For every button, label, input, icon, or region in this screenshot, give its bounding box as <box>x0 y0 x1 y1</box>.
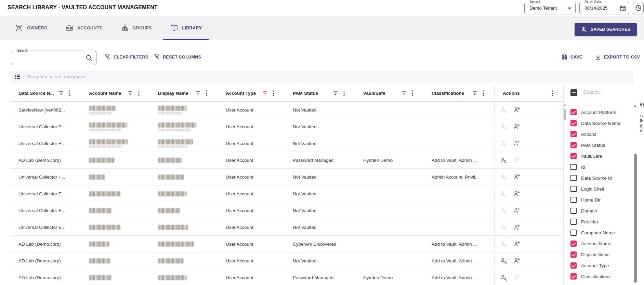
tab-accounts[interactable]: ACCOUNTS <box>56 16 112 40</box>
filter-icon[interactable] <box>263 91 267 95</box>
select-all-columns-checkbox[interactable] <box>570 89 577 96</box>
column-toggle-account-name[interactable]: Account Name <box>567 238 639 249</box>
scroll-up-arrow-icon[interactable] <box>634 105 636 107</box>
column-toggle-domain[interactable]: Domain <box>567 205 639 216</box>
column-toggle-vault-safe[interactable]: Vault/Safe <box>567 151 639 161</box>
person-add-action-button[interactable] <box>513 140 520 147</box>
calendar-icon[interactable] <box>619 5 626 12</box>
panel-vertical-scrollbar[interactable] <box>633 101 637 285</box>
library-search-field[interactable]: Search <box>11 51 96 65</box>
reset-columns-button[interactable]: RESET COLUMNS <box>154 54 201 60</box>
column-header-pam-status[interactable]: PAM Status <box>285 85 355 101</box>
data-source-cell: Universal Collector E... <box>10 118 81 135</box>
column-menu-icon[interactable] <box>138 90 140 96</box>
filter-icon[interactable] <box>333 91 338 95</box>
person-add-action-button[interactable] <box>513 207 520 214</box>
column-menu-icon[interactable] <box>273 90 274 96</box>
column-toggle-classifications[interactable]: Classifications <box>567 271 639 282</box>
columns-tab-label[interactable]: Columns <box>639 114 644 132</box>
panel-scrollbar-thumb[interactable] <box>634 154 637 283</box>
person-add-action-button[interactable] <box>513 190 520 197</box>
tenant-select[interactable]: Tenant Demo Tenant <box>524 2 576 14</box>
column-toggle-item-16[interactable] <box>567 282 639 285</box>
person-search-action-button[interactable] <box>500 190 507 197</box>
person-add-action-button[interactable] <box>513 224 520 231</box>
person-search-action-button[interactable] <box>500 241 507 248</box>
column-menu-icon[interactable] <box>343 90 345 96</box>
tab-groups[interactable]: GROUPS <box>112 16 161 40</box>
chevron-down-icon[interactable] <box>568 8 571 10</box>
grid-vertical-scrollbar[interactable] <box>563 101 567 285</box>
column-toggle-account-platform[interactable]: Account Platform <box>567 107 639 118</box>
data-source-cell: AD Lab (Demo.corp) <box>10 152 81 168</box>
clear-filters-button[interactable]: CLEAR FILTERS <box>105 54 148 60</box>
title-bar: SEARCH LIBRARY - VAULTED ACCOUNT MANAGEM… <box>0 0 644 16</box>
column-header-display-name[interactable]: Display Name <box>150 85 218 101</box>
column-menu-icon[interactable] <box>206 90 207 96</box>
column-toggle-home-dir[interactable]: Home Dir <box>567 194 639 205</box>
column-header-account-type[interactable]: Account Type <box>218 85 285 101</box>
search-input[interactable] <box>15 53 83 64</box>
as-of-date-field[interactable]: As of Date 08/14/2025 <box>579 2 629 14</box>
column-header-actions[interactable]: Actions <box>494 85 563 101</box>
history-button[interactable] <box>633 2 644 14</box>
person-add-action-button[interactable] <box>513 241 520 248</box>
column-header-data-source-n[interactable]: Data Source N... <box>10 85 81 101</box>
column-toggle-data-source-id[interactable]: Data Source Id <box>567 172 639 183</box>
column-header-vault-safe[interactable]: Vault/Safe <box>355 85 423 101</box>
tenant-value: Demo Tenant <box>529 5 557 11</box>
column-menu-icon[interactable] <box>69 90 70 96</box>
person-search-action-button[interactable] <box>500 106 507 114</box>
search-icon[interactable] <box>86 54 92 61</box>
row-group-drop-zone[interactable]: Drag here to set row groups <box>10 70 634 83</box>
filter-icon[interactable] <box>402 91 406 95</box>
filter-icon[interactable] <box>196 91 200 95</box>
person-search-action-button[interactable] <box>500 173 507 181</box>
tab-library[interactable]: LIBRARY <box>161 16 211 40</box>
redaction-block <box>158 191 187 196</box>
column-toggle-display-name[interactable]: Display Name <box>567 249 639 260</box>
filter-icon[interactable] <box>472 91 477 95</box>
columns-grid-icon[interactable] <box>640 103 644 106</box>
person-add-action-button[interactable] <box>513 274 520 281</box>
filter-icon[interactable] <box>128 91 133 95</box>
redaction-block <box>158 258 183 263</box>
person-add-action-button[interactable] <box>513 257 520 264</box>
person-search-action-button[interactable] <box>500 207 507 214</box>
person-add-action-button[interactable] <box>513 157 520 164</box>
person-add-action-button[interactable] <box>513 173 520 181</box>
data-source-cell: Universal Collector - ... <box>10 169 81 185</box>
person-search-action-button[interactable] <box>500 140 507 147</box>
grid-scrollbar-thumb[interactable] <box>564 109 566 120</box>
filter-icon[interactable] <box>59 91 64 95</box>
column-toggle-login-shell[interactable]: Login Shell <box>567 183 639 194</box>
column-toggle-account-type[interactable]: Account Type <box>567 260 639 271</box>
person-search-action-button[interactable] <box>500 123 507 130</box>
column-menu-icon[interactable] <box>412 90 413 96</box>
pam-status-cell: Not Vaulted <box>285 118 355 135</box>
column-menu-icon[interactable] <box>552 90 553 96</box>
person-search-action-button[interactable] <box>500 224 507 231</box>
saved-searches-button[interactable]: SAVED SEARCHES <box>575 23 637 36</box>
column-toggle-data-source-name[interactable]: Data Source Name <box>567 118 639 129</box>
export-to-csv-button[interactable]: EXPORT TO CSV <box>595 54 640 60</box>
redacted-account-name <box>89 275 111 280</box>
column-toggle-pam-status[interactable]: PAM Status <box>567 140 639 151</box>
column-header-account-name[interactable]: Account Name <box>81 85 150 101</box>
person-add-action-button[interactable] <box>513 123 520 130</box>
person-search-action-button[interactable] <box>500 257 507 264</box>
column-toggle-provider[interactable]: Provider <box>567 216 639 227</box>
person-add-action-button[interactable] <box>513 106 520 114</box>
column-menu-icon[interactable] <box>483 90 484 96</box>
column-toggle-id[interactable]: Id <box>567 161 639 172</box>
tab-owners[interactable]: OWNERS <box>6 16 56 40</box>
column-header-label: Data Source N... <box>18 91 54 96</box>
person-search-action-button[interactable] <box>500 274 507 281</box>
save-button[interactable]: SAVE <box>562 54 582 60</box>
column-panel-search-input[interactable] <box>582 89 631 95</box>
person-search-action-button[interactable] <box>500 157 507 164</box>
column-header-classifications[interactable]: Classifications <box>423 85 494 101</box>
scroll-up-arrow-icon[interactable] <box>564 104 566 106</box>
column-toggle-computer-name[interactable]: Computer Name <box>567 227 639 238</box>
column-toggle-actions[interactable]: Actions <box>567 129 639 140</box>
